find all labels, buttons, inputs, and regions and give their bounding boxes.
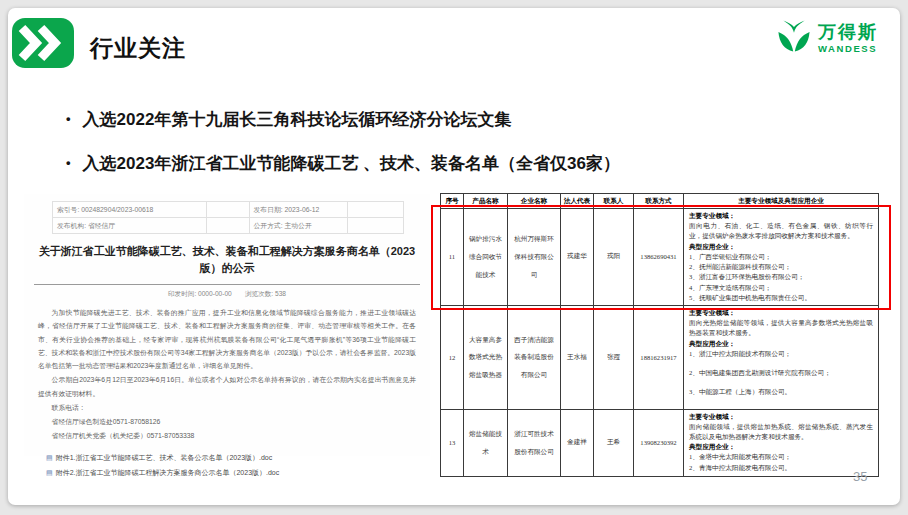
attachment-text: 附件2.浙江省工业节能降碳工程解决方案服务商公示名单（2023版）.doc — [56, 468, 280, 478]
doc-paragraph: 为加快节能降碳先进工艺、技术、装备的推广应用，提升工业和信息化领域节能降碳综合服… — [38, 306, 416, 372]
achievement-list: • 入选2022年第十九届长三角科技论坛循环经济分论坛文集 • 入选2023年浙… — [66, 108, 766, 196]
cell-detail: 主要专业领域：面向储能领域，提供熔盐加热系统、熔盐储热系统、蒸汽发生系统以及电加… — [684, 409, 879, 476]
cell-phone: 13908230392 — [634, 409, 684, 476]
double-chevron-icon — [12, 18, 74, 68]
detail-apps-label: 典型应用企业： — [689, 339, 873, 349]
detail-app-item: 1、浙江中控太阳能技术有限公司； — [689, 349, 873, 359]
table-row: 11 锅炉排污水综合回收节能技术 杭州万得斯环保科技有限公司 戎建华 戎阳 13… — [441, 209, 879, 306]
leaf-logo-icon — [776, 18, 812, 58]
supplier-table-header-row: 序号 产品名称 企业名称 法人代表 联系人 联系方式 主要专业领域及典型应用企业 — [441, 194, 879, 209]
cell-contact: 戎阳 — [594, 209, 634, 306]
cell-company: 杭州万得斯环保科技有限公司 — [508, 209, 561, 306]
doc-paragraph: 公示期自2023年6月12日至2023年6月16日。单位或者个人如对公示名单持有… — [38, 373, 416, 400]
doc-title: 关于浙江省工业节能降碳工艺、技术、装备和工程解决方案服务商名单（2023版）的公… — [34, 243, 420, 285]
cell-legal-rep: 金建祥 — [561, 409, 594, 476]
doc-paragraph: 省经信厅绿色制造处0571-87058126 — [38, 415, 416, 428]
detail-app-item: 3、浙江富春江环保热电股份有限公司； — [689, 272, 873, 282]
cell-phone: 18816231917 — [634, 305, 684, 409]
doc-file-icon: ▤ — [46, 454, 53, 462]
doc-info-empty — [207, 218, 249, 234]
detail-field-label: 主要专业领域： — [689, 308, 873, 318]
detail-app-item: 3、中能源工程（上海）有限公司。 — [689, 387, 873, 397]
col-header-phone: 联系方式 — [634, 194, 684, 209]
detail-app-item: 2、青海中控太阳能发电有限公司。 — [689, 463, 873, 473]
cell-no: 13 — [441, 409, 464, 476]
detail-app-item: 2、中国电建集团西北勘测设计研究院有限公司； — [689, 368, 873, 378]
supplier-table-wrap: 序号 产品名称 企业名称 法人代表 联系人 联系方式 主要专业领域及典型应用企业… — [440, 193, 879, 477]
logo-latin-name: WANDESS — [818, 44, 878, 54]
table-row: 13 熔盐储能技术 浙江可胜技术股份有限公司 金建祥 王希 1390823039… — [441, 409, 879, 476]
logo-name: 万得斯 — [818, 23, 878, 41]
doc-open-mode: 公开方式: 主动公开 — [249, 218, 347, 234]
doc-index-no: 索引号: 002482904/2023-00618 — [53, 202, 207, 218]
slide: 行业关注 万得斯 WANDESS • 入选2022年第十九届长三角科技论坛循环经… — [8, 8, 900, 505]
detail-apps-label: 典型应用企业： — [689, 242, 873, 252]
bullet-dot: • — [66, 155, 71, 170]
detail-app-item: 5、抚顺矿业集团中机热电有限责任公司。 — [689, 293, 873, 303]
company-logo: 万得斯 WANDESS — [776, 18, 878, 58]
detail-field-text: 面向电力、石油、化工、造纸、有色金属、钢铁、纺织等行业，提供锅炉余热废水零排放回… — [689, 221, 873, 241]
cell-company: 西子清洁能源装备制造股份有限公司 — [508, 305, 561, 409]
attachment-link: ▤附件2.浙江省工业节能降碳工程解决方案服务商公示名单（2023版）.doc — [46, 468, 416, 478]
doc-attachments: ▤附件1.浙江省工业节能降碳工艺、技术、装备公示名单（2023版）.doc▤附件… — [46, 453, 416, 478]
detail-app-item: 4、广东理文造纸有限公司； — [689, 283, 873, 293]
col-header-no: 序号 — [441, 194, 464, 209]
bullet-dot: • — [66, 111, 71, 126]
cell-detail: 主要专业领域：面向电力、石油、化工、造纸、有色金属、钢铁、纺织等行业，提供锅炉余… — [684, 209, 879, 306]
cell-company: 浙江可胜技术股份有限公司 — [508, 409, 561, 476]
detail-field-text: 面向储能领域，提供熔盐加热系统、熔盐储热系统、蒸汽发生系统以及电加热器解决方案和… — [689, 422, 873, 442]
attachment-link: ▤附件1.浙江省工业节能降碳工艺、技术、装备公示名单（2023版）.doc — [46, 453, 416, 463]
doc-publish-date: 发布日期: 2023-06-12 — [249, 202, 347, 218]
table-row: 12 大容量高参数塔式光热熔盐吸热器 西子清洁能源装备制造股份有限公司 王水福 … — [441, 305, 879, 409]
page-title: 行业关注 — [90, 33, 186, 64]
gov-notice-screenshot: 索引号: 002482904/2023-00618 发布日期: 2023-06-… — [24, 194, 430, 456]
detail-app-item: 1、金塔中光太阳能发电有限公司； — [689, 452, 873, 462]
cell-phone: 13862690431 — [634, 209, 684, 306]
detail-app-item: 2、抚州能洁新能源科技有限公司； — [689, 262, 873, 272]
cell-product: 锅炉排污水综合回收节能技术 — [464, 209, 508, 306]
cell-detail: 主要专业领域：面向光热熔盐储能等领域，提供大容量高参数塔式光热熔盐吸热器装置和技… — [684, 305, 879, 409]
doc-publisher: 发布机构: 省经信厅 — [53, 218, 207, 234]
doc-paragraphs: 为加快节能降碳先进工艺、技术、装备的推广应用，提升工业和信息化领域节能降碳综合服… — [38, 306, 416, 443]
doc-info-empty — [347, 218, 403, 234]
achievement-item: • 入选2023年浙江省工业节能降碳工艺 、技术、装备名单（全省仅36家） — [66, 152, 766, 175]
achievement-text: 入选2023年浙江省工业节能降碳工艺 、技术、装备名单（全省仅36家） — [83, 152, 620, 175]
supplier-table-body: 11 锅炉排污水综合回收节能技术 杭州万得斯环保科技有限公司 戎建华 戎阳 13… — [441, 209, 879, 477]
achievement-item: • 入选2022年第十九届长三角科技论坛循环经济分论坛文集 — [66, 108, 766, 131]
doc-file-icon: ▤ — [46, 469, 53, 477]
detail-field-label: 主要专业领域： — [689, 211, 873, 221]
doc-meta: 印发时间: 0000-00-00 浏览次数: 538 — [24, 290, 430, 299]
detail-app-item: 1、广西华银铝业有限公司； — [689, 252, 873, 262]
supplier-table: 序号 产品名称 企业名称 法人代表 联系人 联系方式 主要专业领域及典型应用企业… — [440, 193, 879, 477]
doc-paragraph: 联系电话： — [38, 401, 416, 414]
attachment-text: 附件1.浙江省工业节能降碳工艺、技术、装备公示名单（2023版）.doc — [56, 453, 273, 463]
detail-field-label: 主要专业领域： — [689, 412, 873, 422]
cell-contact: 张霞 — [594, 305, 634, 409]
achievement-text: 入选2022年第十九届长三角科技论坛循环经济分论坛文集 — [83, 108, 512, 131]
col-header-product: 产品名称 — [464, 194, 508, 209]
col-header-field: 主要专业领域及典型应用企业 — [684, 194, 879, 209]
detail-apps-label: 典型应用企业： — [689, 442, 873, 452]
cell-contact: 王希 — [594, 409, 634, 476]
col-header-company: 企业名称 — [508, 194, 561, 209]
cell-product: 熔盐储能技术 — [464, 409, 508, 476]
cell-no: 11 — [441, 209, 464, 306]
doc-paragraph: 省经信厅机关党委（机关纪委）0571-87053338 — [38, 429, 416, 442]
cell-no: 12 — [441, 305, 464, 409]
col-header-contact: 联系人 — [594, 194, 634, 209]
page-number: 35 — [853, 469, 867, 484]
doc-info-table: 索引号: 002482904/2023-00618 发布日期: 2023-06-… — [52, 201, 404, 234]
detail-field-text: 面向光热熔盐储能等领域，提供大容量高参数塔式光热熔盐吸热器装置和技术服务。 — [689, 318, 873, 338]
cell-legal-rep: 王水福 — [561, 305, 594, 409]
doc-info-empty — [207, 202, 249, 218]
col-header-legal-rep: 法人代表 — [561, 194, 594, 209]
cell-legal-rep: 戎建华 — [561, 209, 594, 306]
cell-product: 大容量高参数塔式光热熔盐吸热器 — [464, 305, 508, 409]
doc-info-empty — [347, 202, 403, 218]
